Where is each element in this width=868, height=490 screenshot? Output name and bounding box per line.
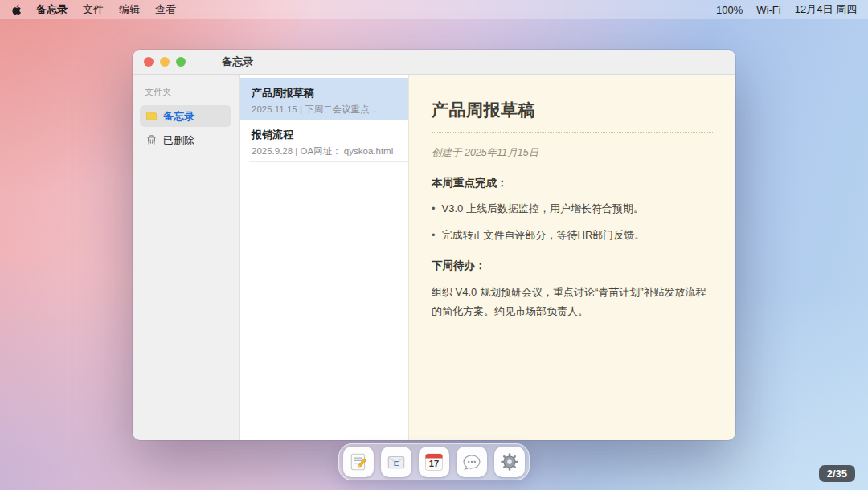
sidebar-item-label: 备忘录 (163, 109, 194, 124)
bullet-item: • V3.0 上线后数据监控，用户增长符合预期。 (432, 201, 713, 217)
sidebar-item-notes[interactable]: 备忘录 (140, 105, 231, 127)
settings-icon[interactable] (494, 447, 525, 477)
title-divider (432, 132, 713, 133)
close-button[interactable] (144, 57, 154, 67)
note-item-meta: 2025.9.28 | OA网址： qyskoa.html (252, 145, 399, 157)
folders-sidebar: 文件夹 备忘录 (133, 75, 240, 440)
svg-text:E: E (394, 459, 399, 468)
battery-status[interactable]: 100% (716, 4, 743, 16)
sidebar-item-deleted[interactable]: 已删除 (140, 129, 231, 151)
bullet-text: 完成转正文件自评部分，等待HR部门反馈。 (442, 227, 645, 243)
minimize-button[interactable] (160, 57, 170, 67)
section-heading-this-week: 本周重点完成： (432, 176, 713, 190)
apple-icon[interactable] (11, 4, 22, 16)
section-heading-next-week: 下周待办： (432, 259, 713, 273)
clock-datetime[interactable]: 12月4日 周四 (795, 2, 857, 17)
bullet-dot: • (432, 201, 436, 217)
created-date-line: 创建于 2025年11月15日 (432, 146, 713, 160)
note-paragraph: 组织 V4.0 规划预研会议，重点讨论“青苗计划”补贴发放流程的简化方案。约见市… (432, 283, 713, 321)
note-item-title: 报销流程 (252, 128, 399, 142)
note-list-item-weekly-report[interactable]: 产品周报草稿 2025.11.15 | 下周二会议重点... (240, 78, 408, 120)
note-editor[interactable]: 产品周报草稿 创建于 2025年11月15日 本周重点完成： • V3.0 上线… (409, 75, 735, 440)
trash-icon (145, 134, 158, 146)
window-title: 备忘录 (222, 55, 253, 69)
bullet-text: V3.0 上线后数据监控，用户增长符合预期。 (442, 201, 644, 217)
menu-view[interactable]: 查看 (155, 2, 176, 17)
note-item-title: 产品周报草稿 (252, 86, 399, 100)
sidebar-item-label: 已删除 (163, 133, 194, 148)
bullet-item: • 完成转正文件自评部分，等待HR部门反馈。 (432, 227, 713, 243)
note-list: 产品周报草稿 2025.11.15 | 下周二会议重点... 报销流程 2025… (240, 75, 409, 440)
bullet-list: • V3.0 上线后数据监控，用户增长符合预期。 • 完成转正文件自评部分，等待… (432, 201, 713, 243)
note-title: 产品周报草稿 (432, 99, 713, 121)
calendar-day-number: 17 (429, 459, 439, 468)
note-list-divider (249, 161, 408, 162)
page-counter-badge: 2/35 (819, 465, 855, 482)
wifi-status[interactable]: Wi-Fi (756, 4, 780, 16)
notes-icon[interactable] (343, 447, 374, 477)
note-list-item-reimbursement[interactable]: 报销流程 2025.9.28 | OA网址： qyskoa.html (240, 120, 408, 161)
dock: E 17 (338, 443, 530, 480)
note-item-meta: 2025.11.15 | 下周二会议重点... (252, 104, 399, 116)
menu-file[interactable]: 文件 (83, 2, 104, 17)
zoom-button[interactable] (176, 57, 186, 67)
window-titlebar[interactable]: 备忘录 (133, 50, 735, 75)
menu-bar: 备忘录 文件 编辑 查看 100% Wi-Fi 12月4日 周四 (0, 0, 868, 19)
notes-window: 备忘录 文件夹 备忘录 (133, 50, 735, 440)
bullet-dot: • (432, 227, 436, 243)
mail-icon[interactable]: E (381, 447, 411, 477)
menu-edit[interactable]: 编辑 (119, 2, 140, 17)
messages-icon[interactable] (457, 447, 487, 477)
calendar-icon[interactable]: 17 (419, 447, 449, 477)
menu-app-name[interactable]: 备忘录 (36, 2, 68, 17)
folder-icon (145, 110, 158, 122)
folders-section-label: 文件夹 (140, 86, 231, 105)
